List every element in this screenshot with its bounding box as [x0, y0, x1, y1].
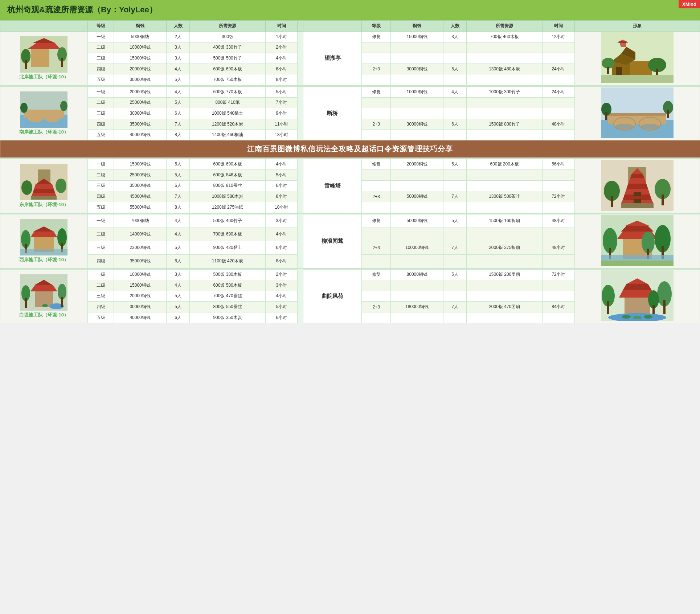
landmark-name: 曲院风荷	[303, 269, 362, 323]
right-empty	[362, 280, 391, 291]
money-cell: 40000铜钱	[114, 312, 167, 323]
right-empty	[443, 280, 467, 291]
right-empty	[362, 202, 391, 213]
col-level-header: 等级	[88, 21, 114, 32]
time-cell: 4小时	[266, 53, 298, 64]
svg-rect-19	[607, 67, 609, 74]
repair-level: 修复	[362, 214, 391, 228]
right-empty	[391, 254, 443, 268]
svg-point-105	[644, 315, 652, 319]
money-cell: 5000铜钱	[114, 32, 167, 42]
col-people2-header: 人数	[443, 21, 467, 32]
time-cell: 4小时	[266, 228, 298, 241]
time-cell: 5小时	[266, 302, 298, 312]
team-image-cell: 东岸施工队（环境-10）	[0, 159, 88, 213]
svg-rect-15	[616, 67, 622, 76]
svg-rect-73	[20, 249, 67, 255]
right-empty	[467, 280, 543, 291]
col-resources2-header: 所需资源	[467, 21, 543, 32]
upgrade23-people: 7人	[443, 302, 467, 312]
repair-people: 4人	[443, 87, 467, 98]
people-cell: 4人	[166, 87, 189, 98]
repair-resources: 700饭 460木板	[467, 32, 543, 42]
people-cell: 3人	[166, 269, 189, 280]
people-cell: 6人	[166, 254, 189, 268]
right-empty	[467, 108, 543, 119]
resources-cell: 600饭 770木板	[190, 87, 266, 98]
svg-rect-1	[31, 47, 49, 67]
right-empty	[391, 42, 443, 53]
time-cell: 3小时	[266, 280, 298, 291]
money-cell: 45000铜钱	[114, 191, 167, 202]
right-empty	[467, 170, 543, 181]
resources-cell: 300饭	[190, 32, 266, 42]
svg-rect-62	[611, 196, 613, 207]
right-empty	[362, 312, 391, 323]
upgrade23-level: 2+3	[362, 241, 391, 254]
landmark-name: 望湖亭	[303, 32, 362, 85]
spacer-cell	[298, 269, 303, 323]
upgrade23-level: 2+3	[362, 191, 391, 202]
right-empty	[362, 254, 391, 268]
repair-people: 3人	[443, 32, 467, 42]
right-empty	[543, 53, 574, 64]
resources-cell: 800饭 550蚕丝	[190, 302, 266, 312]
level-cell: 三级	[88, 241, 114, 254]
level-cell: 五级	[88, 312, 114, 323]
spacer-cell	[298, 159, 303, 213]
repair-people: 5人	[443, 269, 467, 280]
people-cell: 7人	[166, 119, 189, 130]
right-empty	[362, 42, 391, 53]
svg-marker-55	[628, 178, 646, 184]
svg-marker-89	[30, 285, 57, 291]
building-image-cell	[574, 214, 700, 268]
right-empty	[543, 97, 574, 108]
table-row: 东岸施工队（环境-10） 一级15000铜钱5人600饭 690木板4小时雷峰塔…	[0, 159, 700, 170]
level-cell: 三级	[88, 180, 114, 191]
time-cell: 1小时	[266, 32, 298, 42]
money-cell: 35000铜钱	[114, 254, 167, 268]
people-cell: 3人	[166, 53, 189, 64]
resources-cell: 700饭 690木板	[190, 228, 266, 241]
upgrade23-money: 50000铜钱	[391, 191, 443, 202]
team-label: 东岸施工队（环境-10）	[1, 201, 87, 208]
repair-money: 15000铜钱	[391, 32, 443, 42]
time-cell: 6小时	[266, 180, 298, 191]
upgrade23-level: 2+3	[362, 302, 391, 312]
money-cell: 55000铜钱	[114, 202, 167, 213]
col-spacer-header	[298, 21, 303, 32]
right-empty	[543, 254, 574, 268]
people-cell: 8人	[166, 202, 189, 213]
level-cell: 四级	[88, 119, 114, 130]
upgrade23-resources: 1500饭 800竹子	[467, 119, 543, 130]
col-money2-header: 铜钱	[391, 21, 443, 32]
repair-time: 24小时	[543, 87, 574, 98]
col-level2-header: 等级	[362, 21, 391, 32]
right-empty	[362, 228, 391, 241]
right-empty	[443, 74, 467, 85]
resources-cell: 1200饭 275油纸	[190, 202, 266, 213]
people-cell: 5人	[166, 97, 189, 108]
money-cell: 10000铜钱	[114, 269, 167, 280]
time-cell: 11小时	[266, 119, 298, 130]
main-table: 等级 铜钱 人数 所需资源 时间 等级 铜钱 人数 所需资源 时间 形象	[0, 20, 700, 323]
right-empty	[391, 170, 443, 181]
svg-point-26	[20, 103, 28, 113]
svg-point-48	[56, 179, 66, 193]
upgrade23-money: 30000铜钱	[391, 64, 443, 74]
right-empty	[443, 42, 467, 53]
money-cell: 23000铜钱	[114, 241, 167, 254]
level-cell: 三级	[88, 53, 114, 64]
money-cell: 30000铜钱	[114, 74, 167, 85]
right-empty	[391, 312, 443, 323]
people-cell: 5人	[166, 74, 189, 85]
right-empty	[391, 280, 443, 291]
repair-resources: 1500饭 200团扇	[467, 269, 543, 280]
repair-time: 72小时	[543, 269, 574, 280]
right-empty	[443, 312, 467, 323]
svg-point-35	[641, 124, 659, 130]
svg-point-34	[615, 124, 634, 130]
money-cell: 20000铜钱	[114, 291, 167, 302]
svg-rect-58	[634, 192, 641, 196]
repair-time: 48小时	[543, 214, 574, 228]
